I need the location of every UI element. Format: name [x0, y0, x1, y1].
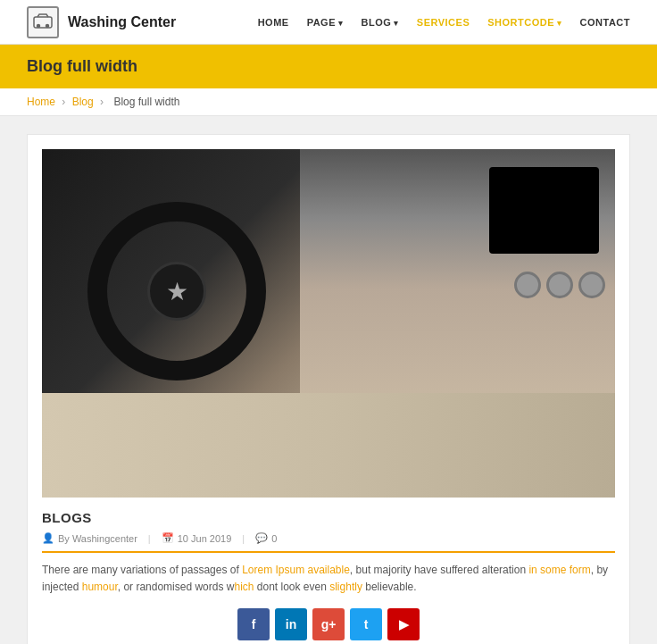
meta-author: 👤 By Washingcenter: [42, 532, 137, 544]
breadcrumb-current: Blog full width: [113, 96, 179, 108]
social-buttons: f in g+ t ▶: [42, 608, 615, 640]
car-interior-graphic: [42, 149, 615, 498]
logo-icon: [27, 6, 59, 38]
vents: [514, 272, 605, 298]
site-header: Washing Center HOME PAGE BLOG SERVICES S…: [0, 0, 657, 45]
nav-home[interactable]: HOME: [258, 17, 289, 28]
page-banner-title: Blog full width: [27, 57, 630, 76]
googleplus-button[interactable]: g+: [312, 608, 345, 640]
meta-sep1: |: [148, 533, 151, 544]
breadcrumb-sep1: ›: [62, 96, 68, 108]
calendar-icon: 📅: [162, 532, 174, 544]
vent-2: [546, 272, 573, 298]
breadcrumb: Home › Blog › Blog full width: [0, 88, 657, 116]
highlight-2: in some form: [528, 564, 590, 576]
twitter-button[interactable]: t: [350, 608, 382, 640]
comment-icon: 💬: [255, 532, 268, 544]
author-icon: 👤: [42, 532, 54, 544]
logo-area: Washing Center: [27, 6, 176, 38]
page-banner: Blog full width: [0, 45, 657, 88]
highlight-5: slightly: [329, 581, 362, 593]
nav-shortcode[interactable]: SHORTCODE: [487, 17, 561, 28]
highlight-1: Lorem Ipsum available: [242, 564, 350, 576]
author-name: By Washingcenter: [58, 533, 137, 544]
site-title: Washing Center: [68, 14, 176, 30]
nav-contact[interactable]: CONTACT: [580, 17, 630, 28]
youtube-button[interactable]: ▶: [387, 608, 420, 640]
breadcrumb-home[interactable]: Home: [27, 96, 55, 108]
nav-blog[interactable]: BLOG: [362, 17, 399, 28]
post-excerpt: There are many variations of passages of…: [42, 562, 615, 596]
meta-date: 📅 10 Jun 2019: [162, 532, 232, 544]
highlight-4: hich: [234, 581, 254, 593]
highlight-3: humour: [82, 581, 118, 593]
linkedin-button[interactable]: in: [275, 608, 307, 640]
post-card: BLOGS 👤 By Washingcenter | 📅 10 Jun 2019…: [27, 134, 630, 644]
seat-area: [42, 393, 615, 498]
nav-page[interactable]: PAGE: [307, 17, 344, 28]
screen: [489, 167, 600, 255]
post-meta: 👤 By Washingcenter | 📅 10 Jun 2019 | 💬 0: [42, 532, 615, 553]
post-date: 10 Jun 2019: [178, 533, 232, 544]
steering-wheel: [87, 202, 266, 381]
svg-point-2: [46, 24, 49, 27]
facebook-button[interactable]: f: [237, 608, 270, 640]
svg-point-1: [37, 24, 40, 27]
vent-1: [514, 272, 541, 298]
meta-comments: 💬 0: [255, 532, 277, 544]
nav-services[interactable]: SERVICES: [417, 17, 470, 28]
comment-count: 0: [271, 533, 277, 544]
breadcrumb-blog[interactable]: Blog: [72, 96, 94, 108]
main-nav: HOME PAGE BLOG SERVICES SHORTCODE CONTAC…: [258, 17, 630, 28]
breadcrumb-sep2: ›: [100, 96, 106, 108]
meta-sep2: |: [242, 533, 245, 544]
post-image: [42, 149, 615, 498]
post-title: BLOGS: [42, 510, 615, 525]
vent-3: [578, 272, 605, 298]
main-content: BLOGS 👤 By Washingcenter | 📅 10 Jun 2019…: [0, 116, 657, 644]
